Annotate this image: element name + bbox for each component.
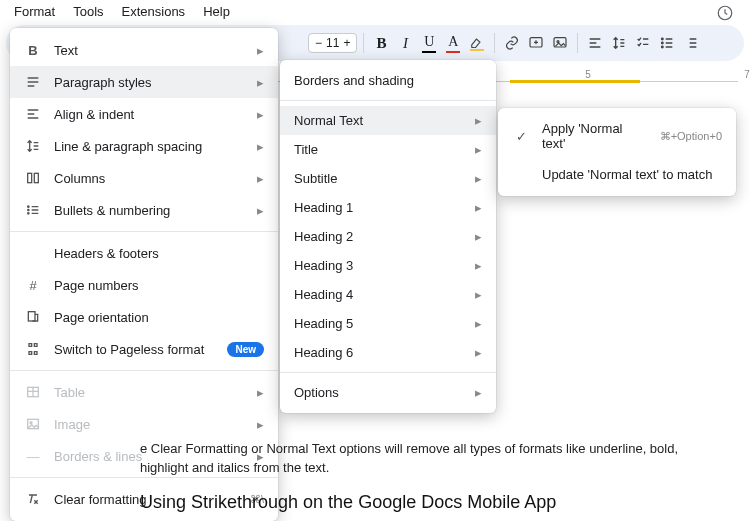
menu-item-label: Page numbers	[54, 278, 264, 293]
menu-item-label: Line & paragraph spacing	[54, 139, 245, 154]
menu-item-label: Switch to Pageless format	[54, 342, 215, 357]
insert-image-button[interactable]	[549, 32, 571, 54]
text-color-button[interactable]: A	[442, 32, 464, 54]
menu-item-text[interactable]: B Text ▸	[10, 34, 278, 66]
orientation-icon	[24, 308, 42, 326]
line-icon: ―	[24, 447, 42, 465]
menu-item-label: Heading 5	[294, 316, 463, 331]
svg-rect-12	[28, 312, 35, 321]
menu-item-normal-text[interactable]: Normal Text ▸	[280, 106, 496, 135]
table-icon	[24, 383, 42, 401]
svg-point-10	[28, 209, 29, 210]
menu-item-line-spacing[interactable]: Line & paragraph spacing ▸	[10, 130, 278, 162]
bulleted-list-button[interactable]	[656, 32, 678, 54]
menu-item-label: Paragraph styles	[54, 75, 245, 90]
align-icon	[24, 105, 42, 123]
menu-item-label: Heading 2	[294, 229, 463, 244]
menu-tools[interactable]: Tools	[73, 4, 103, 19]
chevron-right-icon: ▸	[257, 171, 264, 186]
menu-item-align-indent[interactable]: Align & indent ▸	[10, 98, 278, 130]
menu-item-label: Apply 'Normal text'	[542, 121, 638, 151]
new-badge: New	[227, 342, 264, 357]
svg-point-4	[662, 38, 664, 40]
menu-item-apply-normal[interactable]: ✓ Apply 'Normal text' ⌘+Option+0	[498, 114, 736, 158]
plus-icon[interactable]: +	[343, 36, 350, 50]
pageless-icon	[24, 340, 42, 358]
menu-item-paragraph-styles[interactable]: Paragraph styles ▸	[10, 66, 278, 98]
menu-item-heading4[interactable]: Heading 4 ▸	[280, 280, 496, 309]
menu-extensions[interactable]: Extensions	[122, 4, 186, 19]
italic-button[interactable]: I	[394, 32, 416, 54]
activity-icon[interactable]	[716, 4, 734, 22]
minus-icon[interactable]: −	[315, 36, 322, 50]
bold-button[interactable]: B	[370, 32, 392, 54]
menu-item-page-orientation[interactable]: Page orientation	[10, 301, 278, 333]
svg-point-6	[662, 46, 664, 48]
menu-item-headers-footers[interactable]: Headers & footers	[10, 237, 278, 269]
hash-icon: #	[24, 276, 42, 294]
menu-item-heading6[interactable]: Heading 6 ▸	[280, 338, 496, 367]
svg-point-15	[30, 422, 32, 424]
menu-item-label: Title	[294, 142, 463, 157]
shortcut-label: ⌘+Option+0	[660, 130, 722, 143]
svg-rect-7	[28, 173, 32, 182]
menu-item-label: Heading 4	[294, 287, 463, 302]
font-size-control[interactable]: − 11 +	[308, 33, 357, 53]
bold-icon: B	[24, 41, 42, 59]
insert-link-button[interactable]	[501, 32, 523, 54]
numbered-list-button[interactable]	[680, 32, 702, 54]
menu-item-label: Heading 6	[294, 345, 463, 360]
add-comment-button[interactable]	[525, 32, 547, 54]
line-spacing-button[interactable]	[608, 32, 630, 54]
chevron-right-icon: ▸	[257, 203, 264, 218]
menu-item-label: Heading 3	[294, 258, 463, 273]
chevron-right-icon: ▸	[475, 287, 482, 302]
menu-item-subtitle[interactable]: Subtitle ▸	[280, 164, 496, 193]
menu-item-title[interactable]: Title ▸	[280, 135, 496, 164]
menu-item-heading5[interactable]: Heading 5 ▸	[280, 309, 496, 338]
menu-item-label: Subtitle	[294, 171, 463, 186]
svg-rect-8	[34, 173, 38, 182]
menu-item-update-normal[interactable]: Update 'Normal text' to match	[498, 158, 736, 190]
blank-icon	[512, 165, 530, 183]
chevron-right-icon: ▸	[475, 258, 482, 273]
columns-icon	[24, 169, 42, 187]
menu-item-label: Columns	[54, 171, 245, 186]
menu-item-columns[interactable]: Columns ▸	[10, 162, 278, 194]
separator	[363, 33, 364, 53]
chevron-right-icon: ▸	[475, 142, 482, 157]
menu-item-switch-pageless[interactable]: Switch to Pageless format New	[10, 333, 278, 365]
menu-item-options[interactable]: Options ▸	[280, 378, 496, 407]
document-heading-text: Using Strikethrough on the Google Docs M…	[140, 492, 700, 513]
separator	[494, 33, 495, 53]
menu-format[interactable]: Format	[14, 4, 55, 19]
menu-item-label: Heading 1	[294, 200, 463, 215]
image-icon	[24, 415, 42, 433]
chevron-right-icon: ▸	[257, 139, 264, 154]
menu-item-bullets-numbering[interactable]: Bullets & numbering ▸	[10, 194, 278, 226]
underline-button[interactable]: U	[418, 32, 440, 54]
menu-help[interactable]: Help	[203, 4, 230, 19]
menu-item-label: Image	[54, 417, 245, 432]
menu-item-borders-shading[interactable]: Borders and shading	[280, 66, 496, 95]
checklist-button[interactable]	[632, 32, 654, 54]
menu-item-label: Bullets & numbering	[54, 203, 245, 218]
paragraph-styles-menu: Borders and shading Normal Text ▸ Title …	[280, 60, 496, 413]
chevron-right-icon: ▸	[257, 417, 264, 432]
menu-item-heading1[interactable]: Heading 1 ▸	[280, 193, 496, 222]
menu-item-label: Borders and shading	[294, 73, 482, 88]
menu-item-heading3[interactable]: Heading 3 ▸	[280, 251, 496, 280]
menu-item-label: Align & indent	[54, 107, 245, 122]
menu-item-heading2[interactable]: Heading 2 ▸	[280, 222, 496, 251]
chevron-right-icon: ▸	[257, 43, 264, 58]
menu-item-page-numbers[interactable]: # Page numbers	[10, 269, 278, 301]
align-button[interactable]	[584, 32, 606, 54]
chevron-right-icon: ▸	[475, 229, 482, 244]
paragraph-icon	[24, 73, 42, 91]
menu-item-label: Headers & footers	[54, 246, 264, 261]
menu-item-label: Text	[54, 43, 245, 58]
check-icon: ✓	[512, 127, 530, 145]
highlight-button[interactable]	[466, 32, 488, 54]
chevron-right-icon: ▸	[475, 200, 482, 215]
chevron-right-icon: ▸	[475, 345, 482, 360]
